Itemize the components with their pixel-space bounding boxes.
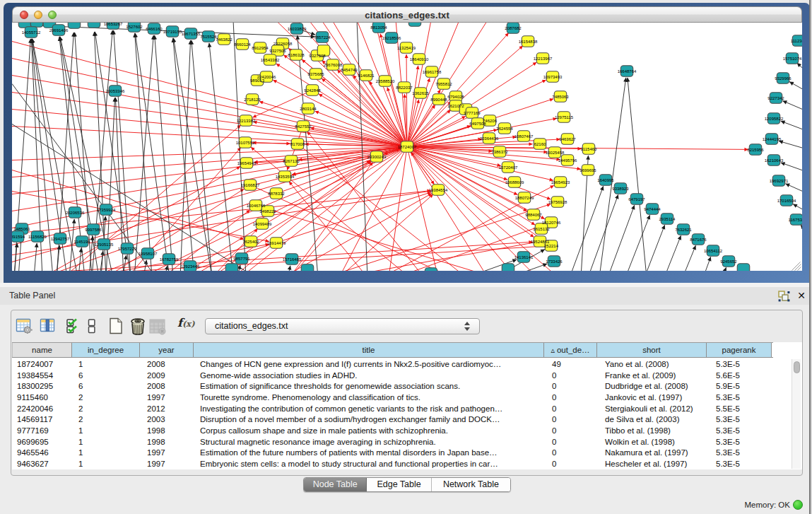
graph-edge-black[interactable] [664, 235, 681, 271]
graph-edge-black[interactable] [180, 40, 191, 270]
graph-edge-black[interactable] [114, 30, 131, 270]
node-label: 8427552 [295, 124, 312, 128]
graph-node[interactable] [301, 264, 314, 270]
cell-year: 1998 [141, 426, 196, 435]
node-label: 12905135 [95, 242, 114, 246]
graph-edge-red[interactable] [339, 194, 433, 270]
graph-edge-red[interactable] [12, 41, 407, 146]
graph-edge-red[interactable] [407, 65, 418, 146]
fx-icon[interactable]: f(x) [177, 316, 208, 329]
unselect-all-button[interactable] [87, 317, 97, 337]
column-header-title[interactable]: title [194, 343, 544, 357]
graph-edge-black[interactable] [793, 204, 802, 211]
table-row[interactable]: 1872400712008Changes of HCN gene express… [12, 358, 773, 370]
graph-node[interactable] [68, 23, 81, 28]
graph-node[interactable] [425, 267, 437, 270]
graph-edge-black[interactable] [60, 36, 113, 270]
graph-edge-black[interactable] [165, 265, 167, 270]
graph-edge-black[interactable] [645, 225, 665, 271]
graph-edge-red[interactable] [12, 146, 407, 194]
delete-table-button[interactable] [148, 317, 167, 339]
graph-node[interactable] [408, 23, 421, 26]
graph-edge-red[interactable] [12, 146, 407, 211]
delete-button[interactable] [129, 317, 146, 338]
table-row[interactable]: 946554611997Estimation of the future num… [12, 448, 773, 459]
table-row[interactable]: 946362711997Embryonic stem cells: a mode… [12, 458, 773, 469]
cell-name: 9777169 [12, 426, 73, 435]
graph-edge-black[interactable] [570, 186, 604, 271]
column-header-year[interactable]: year [140, 343, 194, 357]
select-columns-button[interactable] [40, 317, 57, 337]
table-row[interactable]: 1830029562008Estimation of significance … [12, 380, 773, 392]
graph-edge-black[interactable] [209, 42, 233, 270]
graph-edge-red[interactable] [407, 144, 533, 146]
column-header-name[interactable]: name [12, 343, 72, 357]
cell-out_de: 0 [547, 393, 601, 402]
table-row[interactable]: 969969511998Structural magnetic resonanc… [12, 436, 773, 448]
node-label: 14055712 [22, 30, 41, 34]
graph-edge-black[interactable] [781, 121, 802, 130]
table-panel-body: f(x) citations_edges.txt namein_degreeye… [11, 310, 803, 476]
scrollbar-thumb[interactable] [794, 361, 800, 373]
table-row[interactable]: 1938455462009Genome-wide association stu… [12, 370, 773, 381]
graph-edge-black[interactable] [801, 224, 802, 230]
network-view-window[interactable]: citations_edges.txt 14055712206914061065… [4, 3, 810, 283]
memory-status-icon[interactable] [793, 500, 803, 510]
close-panel-button[interactable]: ✕ [796, 289, 807, 302]
table-settings-button[interactable] [16, 317, 33, 337]
table-row[interactable]: 977716911998Corpus callosum shape and si… [12, 425, 773, 436]
table-scrollbar[interactable] [792, 359, 801, 469]
graph-edge-black[interactable] [588, 194, 618, 271]
graph-edge-black[interactable] [608, 205, 635, 271]
node-label: 6466160 [146, 26, 163, 30]
new-document-button[interactable] [107, 317, 124, 338]
node-label: 8912954 [252, 45, 269, 49]
window-resize-grip[interactable] [792, 261, 801, 270]
column-header-short[interactable]: short [597, 343, 707, 357]
graph-node[interactable] [737, 263, 750, 270]
graph-edge-red[interactable] [12, 126, 407, 146]
table-panel-header[interactable]: Table Panel ✕ [0, 287, 809, 305]
graph-node[interactable] [88, 23, 100, 28]
network-canvas[interactable]: 1405571220691406106532671527602646616010… [12, 23, 802, 271]
column-header-pagerank[interactable]: pagerank [707, 343, 772, 357]
table-disabled-icon [148, 317, 167, 336]
graph-edge-red[interactable] [407, 146, 545, 218]
graph-edge-red[interactable] [325, 204, 551, 270]
graph-edge-black[interactable] [703, 257, 711, 271]
column-header-out_de[interactable]: ▵out_de… [544, 343, 597, 357]
node-label: 19384554 [429, 187, 448, 192]
network-window-titlebar[interactable]: citations_edges.txt [12, 6, 802, 23]
tab-node-table[interactable]: Node Table [304, 478, 367, 491]
graph-edge-red[interactable] [12, 109, 407, 146]
graph-edge-black[interactable] [288, 265, 290, 270]
column-header-in_degree[interactable]: in_degree [72, 343, 140, 357]
cell-pagerank: 5.3E-5 [711, 460, 777, 468]
graph-edge-black[interactable] [143, 259, 146, 270]
graph-node[interactable] [225, 263, 238, 270]
graph-edge-black[interactable] [797, 63, 802, 71]
graph-edge-black[interactable] [722, 267, 726, 271]
graph-edge-black[interactable] [34, 243, 37, 270]
table-row[interactable]: 1456911722003Disruption of a novel membe… [12, 414, 773, 425]
graph-edge-black[interactable] [789, 81, 802, 90]
graph-edge-black[interactable] [779, 141, 802, 148]
table-row[interactable]: 2242004622012Investigating the contribut… [12, 403, 773, 414]
graph-edge-red[interactable] [290, 146, 407, 271]
graph-edge-black[interactable] [783, 100, 802, 110]
float-panel-button[interactable] [778, 291, 790, 302]
table-selector-dropdown[interactable]: citations_edges.txt [205, 318, 480, 334]
graph-edge-black[interactable] [786, 183, 802, 192]
graph-edge-black[interactable] [625, 215, 650, 271]
graph-edge-black[interactable] [683, 245, 695, 271]
table-row[interactable]: 911546021997Tourette syndrome. Phenomeno… [12, 392, 773, 403]
tab-edge-table[interactable]: Edge Table [367, 478, 431, 491]
graph-edge-black[interactable] [192, 40, 212, 270]
tab-network-table[interactable]: Network Table [432, 478, 510, 491]
graph-node[interactable] [502, 263, 514, 270]
select-all-button[interactable] [66, 317, 81, 337]
graph-edge-black[interactable] [628, 77, 647, 270]
graph-edge-black[interactable] [781, 163, 802, 171]
graph-edge-red[interactable] [12, 92, 407, 146]
graph-edge-black[interactable] [78, 247, 81, 270]
